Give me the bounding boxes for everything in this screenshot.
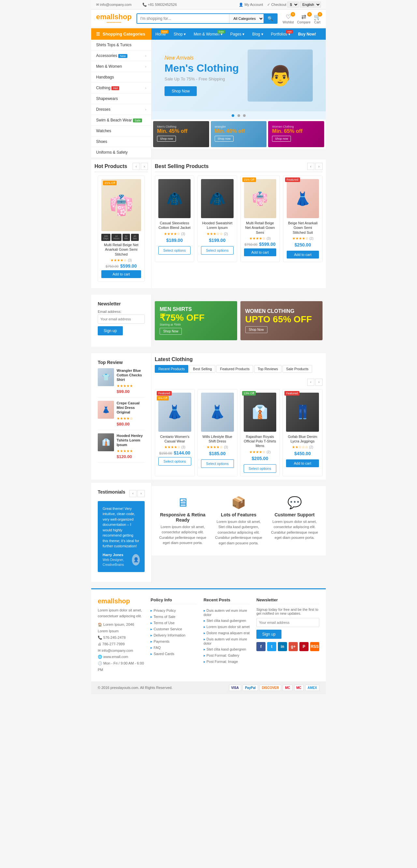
policy-payments[interactable]: Payments <box>150 639 197 645</box>
search-button[interactable]: 🔍 <box>264 14 277 23</box>
cart-icon-btn[interactable]: 🛒 0 Cart <box>314 13 321 24</box>
tab-recent-products[interactable]: Recent Products <box>155 365 188 373</box>
rss-icon[interactable]: RSS <box>310 642 319 651</box>
hot-product-add-to-cart[interactable]: Add to cart <box>101 270 141 278</box>
logo[interactable]: emallshop 〰〰〰〰〰 <box>96 13 131 24</box>
product-select-button[interactable]: Select options <box>158 246 190 255</box>
latest-prev-arrow[interactable]: ‹ <box>307 379 315 386</box>
countdown-hours: 12Hours <box>112 234 121 241</box>
pinterest-icon[interactable]: P <box>299 642 308 651</box>
recent-post[interactable]: Duis autem vel eum iriure dolor <box>204 636 250 646</box>
compare-icon-btn[interactable]: ⇄ 0 Compare <box>297 13 310 24</box>
latest-product-card: Featured 6% Off 👗 Centario Women's Casua… <box>155 389 195 476</box>
dot-2[interactable] <box>238 114 240 117</box>
hot-prev-arrow[interactable]: ‹ <box>132 163 140 170</box>
product-select-button[interactable]: Select options <box>201 459 234 468</box>
googleplus-icon[interactable]: g+ <box>289 642 298 651</box>
product-cart-button[interactable]: Add to cart <box>287 251 319 258</box>
mini-banner-btn-3[interactable]: Shop now <box>272 136 291 142</box>
tab-sale[interactable]: Sale Products <box>282 365 312 373</box>
dot-3[interactable] <box>243 114 246 117</box>
category-select[interactable]: All Categories <box>229 14 264 23</box>
sidebar-item-swim[interactable]: Swim & Beach Wear Sale <box>91 115 151 126</box>
checkout-link[interactable]: ✓ Checkout <box>267 3 286 6</box>
recent-post[interactable]: Dolore magna aliquam erat <box>204 630 250 636</box>
search-input[interactable] <box>137 14 229 23</box>
hero-subtitle: New Arrivals <box>165 55 239 61</box>
policy-faq[interactable]: FAQ <box>150 645 197 651</box>
recent-post[interactable]: Post Format: Image <box>204 659 250 665</box>
policy-saved[interactable]: Saved Cards <box>150 651 197 657</box>
twitter-icon[interactable]: t <box>267 642 276 651</box>
hot-next-arrow[interactable]: › <box>141 163 148 170</box>
nav-blog[interactable]: Blog ▾ <box>248 29 267 40</box>
policy-delivery[interactable]: Delivery Information <box>150 632 197 639</box>
chat-icon: 💬 <box>270 496 319 509</box>
bs-next-arrow[interactable]: › <box>315 163 323 170</box>
footer-newsletter-desc: Signup today for free and be the first t… <box>257 608 319 615</box>
sidebar-item-shapewears[interactable]: Shapewears <box>91 93 151 104</box>
latest-next-arrow[interactable]: › <box>315 379 323 386</box>
language-select[interactable]: English <box>300 2 321 7</box>
product-select-button[interactable]: Select options <box>158 457 191 466</box>
sidebar-item-men-women[interactable]: Men & Women› <box>91 61 151 72</box>
recent-post[interactable]: Stet clita kasd gubergren <box>204 646 250 652</box>
nav-buy-now[interactable]: Buy Now! <box>294 29 320 40</box>
sidebar-item-watches[interactable]: Watches <box>91 126 151 136</box>
currency-select[interactable]: $ <box>287 2 299 7</box>
product-cart-button[interactable]: Add to cart <box>244 248 276 256</box>
sidebar-item-shoes[interactable]: Shoes <box>91 136 151 147</box>
nav-shop[interactable]: Shop ▾ <box>170 29 189 40</box>
tab-featured[interactable]: Featured Products <box>216 365 253 373</box>
product-cart-button[interactable]: Add to cart <box>286 459 319 467</box>
recent-post[interactable]: Duis autem vel eum iriure dolor <box>204 608 250 618</box>
sidebar-item-accessories[interactable]: Accessories New› <box>91 51 151 61</box>
footer-newsletter-input[interactable] <box>257 618 319 627</box>
categories-toggle[interactable]: ☰ Shopping Categories <box>91 28 151 40</box>
policy-customer[interactable]: Customer Service <box>150 626 197 632</box>
nav-portfolios[interactable]: Portfolios ▾ Hot <box>267 29 294 40</box>
social-icons: f t in g+ P RSS <box>257 642 319 651</box>
product-stars: ★★★☆☆ (2) <box>201 232 233 236</box>
linkedin-icon[interactable]: in <box>278 642 287 651</box>
nav-men-women[interactable]: Men & Women ▾ Sale <box>189 29 226 40</box>
tab-best-selling[interactable]: Best Selling <box>189 365 215 373</box>
wishlist-icon-btn[interactable]: ♡ 0 Wishlist <box>282 13 294 24</box>
product-select-button[interactable]: Select options <box>201 246 233 255</box>
policy-privacy[interactable]: Privacy Policy <box>150 608 197 614</box>
banner-dots <box>151 111 326 120</box>
sidebar-item-dresses[interactable]: Dresses› <box>91 104 151 115</box>
mini-banner-btn-2[interactable]: Shop now <box>215 136 234 142</box>
mid-banner-btn-2[interactable]: Shop Now <box>245 326 267 333</box>
test-prev-arrow[interactable]: ‹ <box>129 490 137 497</box>
top-bar-right: 👤 My Account ✓ Checkout $ English <box>236 2 321 7</box>
recent-post[interactable]: Lorem ipsum dolor sit amet <box>204 624 250 630</box>
hero-shop-now-button[interactable]: Shop Now <box>165 86 197 96</box>
nav-home[interactable]: Home New <box>151 29 170 40</box>
nav-pages[interactable]: Pages ▾ <box>227 29 248 40</box>
newsletter-signup-button[interactable]: Sign up <box>98 326 123 335</box>
recent-post[interactable]: Stet clita kasd gubergren <box>204 618 250 624</box>
sidebar-item-uniforms[interactable]: Uniforms & Safety <box>91 147 151 158</box>
my-account-link[interactable]: 👤 My Account <box>239 3 263 6</box>
policy-sale[interactable]: Terms of Sale <box>150 614 197 620</box>
sidebar-item-handbags[interactable]: Handbags <box>91 72 151 83</box>
dot-1[interactable] <box>232 114 234 117</box>
product-badge-featured: Featured <box>157 391 172 396</box>
newsletter-email-input[interactable] <box>98 314 145 323</box>
product-badge: 13% Off <box>242 391 256 396</box>
sidebar-item-shirts[interactable]: Shirts Tops & Tunics <box>91 40 151 51</box>
new-badge: New <box>160 30 169 34</box>
test-next-arrow[interactable]: › <box>138 490 145 497</box>
sidebar-item-clothing[interactable]: Clothing Hot› <box>91 83 151 93</box>
tab-top-reviews[interactable]: Top Reviews <box>254 365 281 373</box>
recent-post[interactable]: Post Format: Gallery <box>204 652 250 659</box>
mid-banner-btn-1[interactable]: Shop Now <box>160 328 182 335</box>
mini-banner-btn-1[interactable]: Shop now <box>157 136 176 142</box>
product-select-button[interactable]: Select options <box>244 464 276 473</box>
policy-use[interactable]: Terms of Use <box>150 620 197 626</box>
facebook-icon[interactable]: f <box>257 642 266 651</box>
bs-prev-arrow[interactable]: ‹ <box>307 163 315 170</box>
footer-signup-button[interactable]: Sign up <box>257 630 281 639</box>
author-name: Harry Jones <box>102 552 132 558</box>
